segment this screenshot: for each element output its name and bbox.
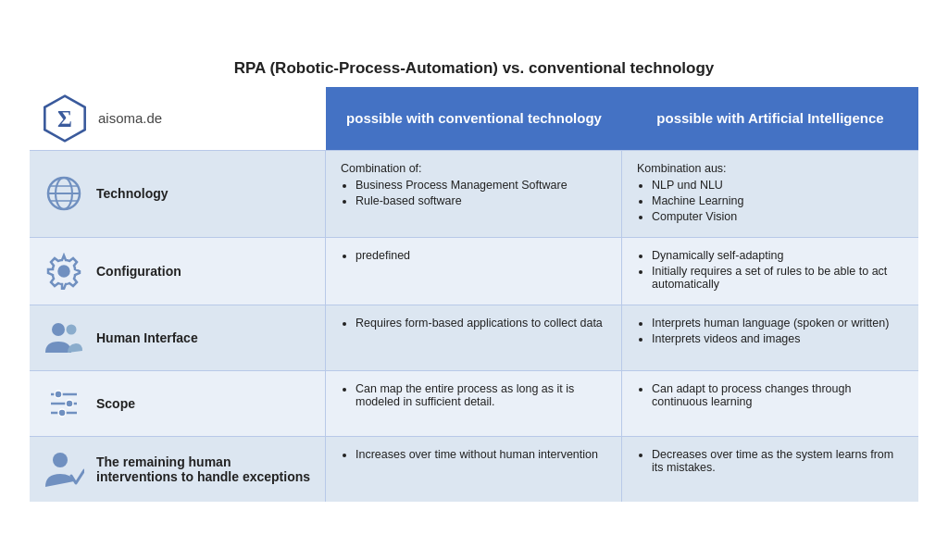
row-label-text-configuration: Configuration <box>96 264 181 279</box>
row-label-exceptions: The remaining human interventions to han… <box>30 437 326 502</box>
row-cell1-human-interface: Requires form-based applications to coll… <box>326 305 622 370</box>
logo-cell: Σ aisoma.de <box>30 87 326 150</box>
table-row-scope: ScopeCan map the entire process as long … <box>30 370 918 436</box>
header-col2: possible with Artificial Intelligence <box>622 87 918 150</box>
logo-text: aisoma.de <box>98 110 162 126</box>
globe-icon <box>43 172 85 215</box>
svg-point-17 <box>53 453 68 467</box>
table-header: Σ aisoma.de possible with conventional t… <box>30 87 918 150</box>
people-icon <box>43 317 85 359</box>
sliders-icon <box>43 382 85 425</box>
svg-text:Σ: Σ <box>57 106 72 131</box>
list-item: Initially requires a set of rules to be … <box>652 265 904 291</box>
row-cell2-exceptions: Decreases over time as the system learns… <box>622 437 918 502</box>
row-label-configuration: Configuration <box>30 238 326 305</box>
person-check-icon <box>43 448 85 491</box>
cell-intro: Combination of: <box>341 162 606 175</box>
list-item: Dynamically self-adapting <box>652 249 904 262</box>
row-label-text-human-interface: Human Interface <box>96 330 198 345</box>
header-col1: possible with conventional technology <box>326 87 622 150</box>
list-item: Requires form-based applications to coll… <box>356 317 606 330</box>
list-item: Decreases over time as the system learns… <box>652 448 904 474</box>
row-cell1-exceptions: Increases over time without human interv… <box>326 437 622 502</box>
row-cell1-scope: Can map the entire process as long as it… <box>326 371 622 436</box>
svg-point-9 <box>52 323 65 336</box>
gear-icon <box>43 250 85 292</box>
row-cell2-scope: Can adapt to process changes through con… <box>622 371 918 436</box>
row-cell1-technology: Combination of:Business Process Manageme… <box>326 151 622 237</box>
row-label-text-scope: Scope <box>96 396 135 411</box>
list-item: Machine Learning <box>652 194 904 207</box>
page-title: RPA (Robotic-Process-Automation) vs. con… <box>30 59 918 78</box>
logo-icon: Σ <box>41 94 89 143</box>
list-item: Increases over time without human interv… <box>356 448 606 461</box>
list-item: Interprets human language (spoken or wri… <box>652 317 904 330</box>
table-row-technology: TechnologyCombination of:Business Proces… <box>30 150 918 237</box>
list-item: Interprets videos and images <box>652 332 904 345</box>
list-item: Can adapt to process changes through con… <box>652 382 904 408</box>
list-item: NLP und NLU <box>652 179 904 192</box>
cell-intro: Kombination aus: <box>637 162 904 175</box>
svg-point-10 <box>67 324 77 334</box>
row-cell1-configuration: predefined <box>326 238 622 305</box>
table-row-human-interface: Human InterfaceRequires form-based appli… <box>30 305 918 370</box>
list-item: predefined <box>356 249 606 262</box>
svg-point-16 <box>58 409 66 417</box>
row-cell2-configuration: Dynamically self-adaptingInitially requi… <box>622 238 918 305</box>
row-cell2-human-interface: Interprets human language (spoken or wri… <box>622 305 918 370</box>
list-item: Computer Vision <box>652 210 904 223</box>
table-body: TechnologyCombination of:Business Proces… <box>30 150 918 502</box>
row-label-scope: Scope <box>30 371 326 436</box>
row-label-human-interface: Human Interface <box>30 305 326 370</box>
table-row-exceptions: The remaining human interventions to han… <box>30 436 918 502</box>
list-item: Can map the entire process as long as it… <box>356 382 606 408</box>
table-row-configuration: ConfigurationpredefinedDynamically self-… <box>30 237 918 305</box>
list-item: Business Process Management Software <box>356 179 606 192</box>
row-label-text-exceptions: The remaining human interventions to han… <box>96 454 312 484</box>
svg-point-14 <box>66 400 73 407</box>
row-label-technology: Technology <box>30 151 326 237</box>
list-item: Rule-based software <box>356 194 606 207</box>
svg-point-12 <box>55 391 62 398</box>
row-label-text-technology: Technology <box>96 186 168 201</box>
main-container: RPA (Robotic-Process-Automation) vs. con… <box>30 59 918 502</box>
row-cell2-technology: Kombination aus:NLP und NLUMachine Learn… <box>622 151 918 237</box>
